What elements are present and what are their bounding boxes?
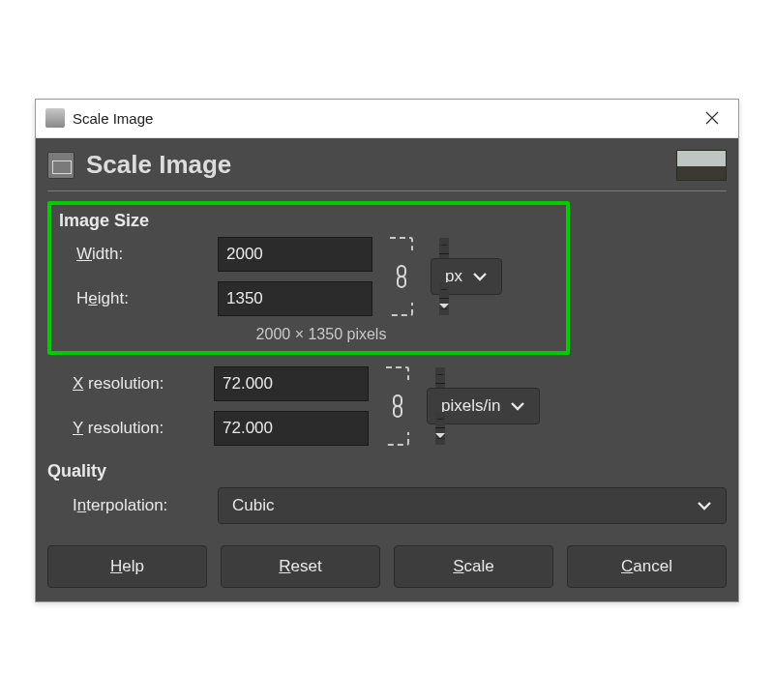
- y-res-step-up[interactable]: [435, 412, 445, 429]
- image-size-section-highlight: Image Size Width:: [47, 201, 570, 355]
- divider: [47, 190, 727, 191]
- scale-image-dialog: Scale Image Scale Image Image Size Width…: [35, 99, 739, 602]
- resolution-section: X resolution:: [47, 366, 727, 446]
- scale-image-icon: [47, 152, 74, 179]
- help-button[interactable]: Help: [47, 545, 207, 588]
- dimensions-readout: 2000 × 1350 pixels: [76, 326, 566, 343]
- reset-button[interactable]: Reset: [221, 545, 380, 588]
- height-spinbox[interactable]: [218, 281, 372, 316]
- height-input[interactable]: [219, 282, 439, 315]
- app-icon: [45, 108, 65, 128]
- y-res-step-down[interactable]: [435, 428, 445, 445]
- close-button[interactable]: [690, 99, 734, 137]
- resolution-unit-value: pixels/in: [441, 396, 500, 416]
- scale-button[interactable]: Scale: [394, 545, 553, 588]
- interpolation-label: Interpolation:: [73, 496, 208, 515]
- height-step-down[interactable]: [439, 299, 449, 315]
- image-thumbnail: [676, 150, 727, 181]
- close-icon: [705, 111, 719, 125]
- y-resolution-spinbox[interactable]: [214, 411, 369, 446]
- chevron-down-icon: [472, 267, 488, 286]
- svg-rect-2: [394, 395, 402, 406]
- x-res-step-up[interactable]: [435, 367, 445, 385]
- interpolation-value: Cubic: [232, 496, 274, 515]
- x-resolution-spinbox[interactable]: [214, 366, 369, 401]
- dialog-body: Scale Image Image Size Width:: [36, 138, 738, 601]
- width-spinbox[interactable]: [218, 237, 372, 272]
- quality-heading: Quality: [47, 461, 727, 481]
- dialog-header: Scale Image: [47, 146, 727, 189]
- y-resolution-label: Y resolution:: [73, 419, 208, 438]
- width-label: Width:: [76, 245, 212, 264]
- titlebar: Scale Image: [36, 100, 738, 138]
- y-resolution-input[interactable]: [215, 412, 435, 445]
- chevron-down-icon: [697, 496, 712, 515]
- chain-bracket-top: [386, 366, 409, 380]
- height-step-up[interactable]: [439, 282, 449, 300]
- chevron-down-icon: [510, 396, 525, 416]
- dialog-title: Scale Image: [86, 150, 676, 180]
- interpolation-dropdown[interactable]: Cubic: [218, 487, 727, 524]
- window-title: Scale Image: [73, 110, 690, 127]
- cancel-button[interactable]: Cancel: [567, 545, 727, 588]
- action-button-row: Help Reset Scale Cancel: [47, 545, 727, 588]
- svg-rect-0: [398, 266, 405, 277]
- width-step-up[interactable]: [439, 238, 449, 255]
- x-resolution-label: X resolution:: [73, 374, 208, 394]
- chain-bracket-top: [390, 237, 413, 250]
- height-label: Height:: [76, 289, 212, 308]
- image-size-heading: Image Size: [59, 211, 558, 231]
